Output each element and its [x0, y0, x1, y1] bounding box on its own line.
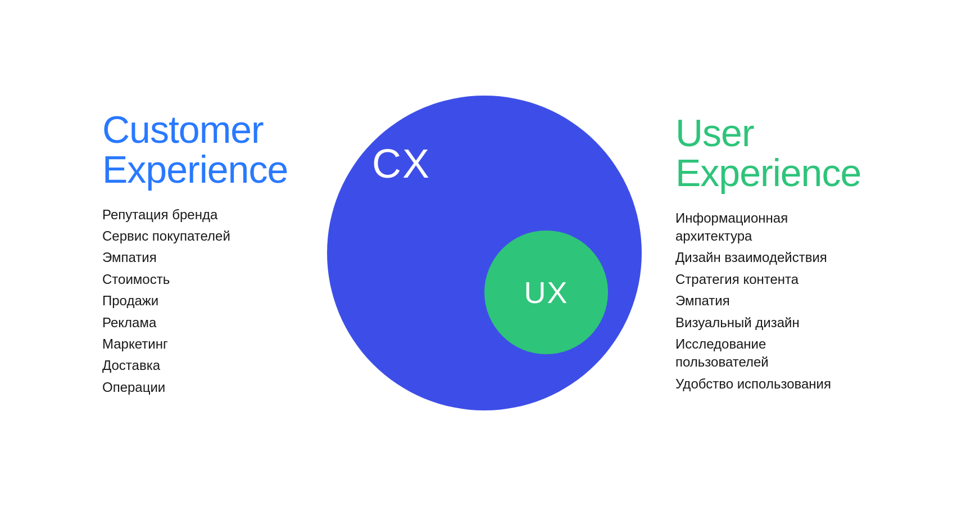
list-item: Репутация бренда — [102, 206, 230, 224]
cx-list: Репутация бренда Сервис покупателей Эмпа… — [102, 206, 230, 397]
ux-title-line2: Experience — [675, 151, 861, 194]
ux-list: Информационнаяархитектура Дизайн взаимод… — [675, 209, 831, 394]
list-item: Операции — [102, 378, 230, 396]
main-container: Customer Experience Репутация бренда Сер… — [0, 0, 980, 506]
list-item: Стоимость — [102, 270, 230, 288]
list-item: Продажи — [102, 292, 230, 310]
venn-diagram: CX UX — [316, 96, 653, 410]
list-item: Исследованиепользователей — [675, 335, 831, 372]
ux-circle: UX — [484, 231, 608, 354]
list-item: Эмпатия — [675, 292, 831, 310]
cx-title-line1: Customer — [102, 108, 264, 151]
cx-circle-label: CX — [372, 141, 430, 187]
list-item: Дизайн взаимодействия — [675, 249, 831, 266]
cx-title-line2: Experience — [102, 148, 288, 191]
cx-title: Customer Experience — [102, 110, 288, 190]
ux-title: User Experience — [675, 113, 861, 193]
list-item: Доставка — [102, 356, 230, 374]
list-item: Визуальный дизайн — [675, 314, 831, 332]
list-item: Информационнаяархитектура — [675, 209, 831, 246]
ux-circle-label: UX — [524, 275, 568, 310]
ux-panel: User Experience Информационнаяархитектур… — [653, 113, 878, 393]
list-item: Реклама — [102, 314, 230, 332]
cx-panel: Customer Experience Репутация бренда Сер… — [102, 110, 316, 396]
list-item: Стратегия контента — [675, 270, 831, 288]
list-item: Маркетинг — [102, 335, 230, 353]
list-item: Сервис покупателей — [102, 227, 230, 245]
list-item: Удобство использования — [675, 375, 831, 393]
cx-circle: CX UX — [327, 96, 642, 410]
ux-title-line1: User — [675, 111, 754, 154]
list-item: Эмпатия — [102, 249, 230, 266]
